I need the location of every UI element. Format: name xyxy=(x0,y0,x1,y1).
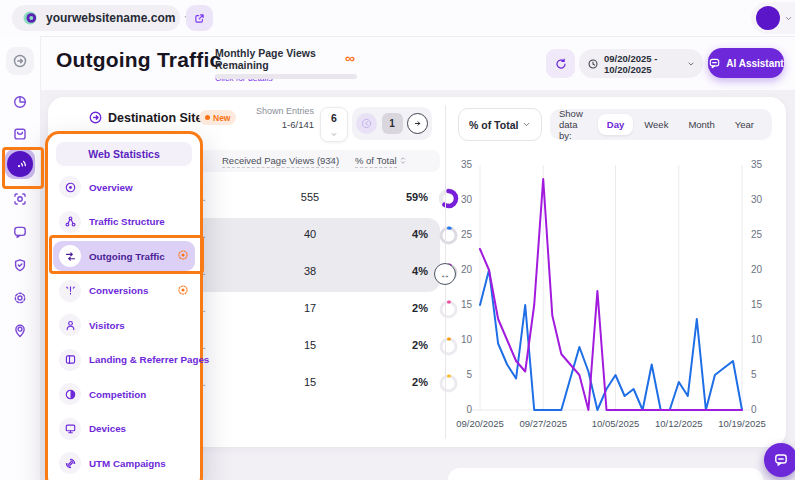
svg-text:35: 35 xyxy=(461,159,473,170)
ai-assistant-button[interactable]: AI Assistant xyxy=(708,48,784,78)
received-page-views-value: 40 xyxy=(270,228,350,240)
received-page-views-value: 15 xyxy=(270,339,350,351)
period-option-week[interactable]: Week xyxy=(635,114,677,135)
shown-entries-label: Shown Entries xyxy=(240,106,314,116)
utm-campaigns-icon xyxy=(64,457,77,470)
shield-check-icon xyxy=(12,257,28,273)
svg-text:0: 0 xyxy=(466,404,472,415)
rail-item-pie-chart[interactable] xyxy=(6,88,34,116)
current-page: 1 xyxy=(382,113,403,134)
site-selector[interactable]: yourwebsitename.com xyxy=(12,5,180,31)
web-statistics-icon xyxy=(13,157,28,172)
menu-item-icon-wrap xyxy=(59,211,81,233)
column-pct-of-total[interactable]: % of Total xyxy=(355,155,397,168)
top-bar: yourwebsitename.com xyxy=(0,0,795,37)
svg-text:10/19/2025: 10/19/2025 xyxy=(718,418,766,429)
rail-item-target-scan[interactable] xyxy=(6,185,34,213)
svg-text:15: 15 xyxy=(751,299,763,310)
pie-chart-icon xyxy=(12,94,28,110)
period-option-day[interactable]: Day xyxy=(598,114,633,135)
arrow-left-icon xyxy=(361,118,372,129)
rail-item-gear[interactable] xyxy=(6,284,34,312)
date-range-picker[interactable]: 09/20/2025 - 10/20/2025 xyxy=(579,49,703,78)
menu-item-utm-campaigns[interactable]: UTM Campaigns xyxy=(53,448,195,478)
period-option-year[interactable]: Year xyxy=(726,114,763,135)
prev-page-button[interactable] xyxy=(356,113,377,134)
new-feature-badge xyxy=(177,282,189,300)
sort-icon[interactable] xyxy=(326,155,336,166)
conversions-icon xyxy=(64,284,77,297)
rail-item-location-person[interactable] xyxy=(6,317,34,345)
column-received-page-views[interactable]: Received Page Views (934) xyxy=(222,155,339,168)
pct-of-total-value: 4% xyxy=(386,265,428,277)
pct-of-total-value: 4% xyxy=(386,228,428,240)
badge-dot xyxy=(205,115,210,120)
panel-resize-handle[interactable]: ↔ xyxy=(434,263,456,285)
period-option-month[interactable]: Month xyxy=(679,114,723,135)
menu-item-icon-wrap xyxy=(59,245,81,267)
chat-bubble-icon xyxy=(773,452,789,468)
location-person-icon xyxy=(12,323,28,339)
svg-text:35: 35 xyxy=(751,159,763,170)
support-chat-button[interactable] xyxy=(764,443,795,477)
menu-item-traffic-structure[interactable]: Traffic Structure xyxy=(53,207,195,237)
page-header: Outgoing Traffic Monthly Page Views Rema… xyxy=(40,37,795,90)
page-size-select[interactable]: 6 xyxy=(320,107,348,142)
devices-icon xyxy=(64,422,77,435)
rail-item-orders-box[interactable] xyxy=(6,120,34,148)
destination-sites-icon xyxy=(88,110,103,125)
svg-text:10: 10 xyxy=(461,334,473,345)
menu-item-overview[interactable]: Overview xyxy=(53,172,195,202)
menu-item-label: Conversions xyxy=(89,285,148,296)
quota-progress-bar xyxy=(215,74,357,79)
rail-item-sidebar-toggle[interactable] xyxy=(6,47,34,75)
menu-item-outgoing-traffic[interactable]: Outgoing Traffic xyxy=(53,241,195,271)
flyout-menu-header: Web Statistics xyxy=(56,142,192,166)
infinity-icon: ∞ xyxy=(345,50,355,66)
site-selector-label: yourwebsitename.com xyxy=(46,11,175,25)
svg-text:15: 15 xyxy=(461,299,473,310)
rail-active-indicator xyxy=(7,151,33,177)
pagination: 1 xyxy=(352,107,432,140)
app-screen: yourwebsitename.com Outgoing Traffic Mon… xyxy=(0,0,795,480)
ai-assistant-label: AI Assistant xyxy=(726,58,783,69)
new-feature-badge xyxy=(177,247,189,265)
open-site-button[interactable] xyxy=(186,5,213,31)
menu-item-visitors[interactable]: Visitors xyxy=(53,310,195,340)
menu-item-label: Traffic Structure xyxy=(89,216,165,227)
target-scan-icon xyxy=(12,191,28,207)
show-data-by-label: Show data by: xyxy=(559,108,592,141)
show-data-by-group: Show data by: DayWeekMonthYear xyxy=(550,109,772,140)
gear-icon xyxy=(12,290,28,306)
outgoing-traffic-icon xyxy=(64,250,77,263)
rail-item-shield-check[interactable] xyxy=(6,251,34,279)
shown-entries-value: 1-6/141 xyxy=(240,119,314,130)
arrow-right-icon xyxy=(412,118,423,129)
menu-item-landing-referrer-pages[interactable]: Landing & Referrer Pages xyxy=(53,345,195,375)
competition-icon xyxy=(64,388,77,401)
account-menu[interactable] xyxy=(751,2,795,34)
menu-item-label: Visitors xyxy=(89,320,125,331)
next-page-button[interactable] xyxy=(407,113,428,134)
chart-metric-dropdown[interactable]: % of Total xyxy=(458,108,542,141)
table-title: Destination Sites xyxy=(108,111,209,125)
menu-item-competition[interactable]: Competition xyxy=(53,379,195,409)
sidebar-toggle-icon xyxy=(12,53,28,69)
chart-metric-label: % of Total xyxy=(469,119,518,131)
new-feature-badge-icon xyxy=(177,249,189,261)
rail-item-chat[interactable] xyxy=(6,218,34,246)
svg-text:30: 30 xyxy=(751,194,763,205)
chevron-down-icon xyxy=(784,14,793,23)
svg-text:30: 30 xyxy=(461,194,473,205)
menu-item-conversions[interactable]: Conversions xyxy=(53,276,195,306)
menu-item-icon-wrap xyxy=(59,176,81,198)
overview-icon xyxy=(64,181,77,194)
refresh-button[interactable] xyxy=(546,49,575,78)
sort-icon[interactable] xyxy=(398,155,408,166)
pct-of-total-value: 59% xyxy=(386,191,428,203)
svg-text:25: 25 xyxy=(751,229,763,240)
site-favicon-icon xyxy=(22,10,38,26)
clock-icon xyxy=(587,58,599,70)
menu-item-devices[interactable]: Devices xyxy=(53,414,195,444)
rail-item-web-statistics[interactable] xyxy=(5,149,35,179)
